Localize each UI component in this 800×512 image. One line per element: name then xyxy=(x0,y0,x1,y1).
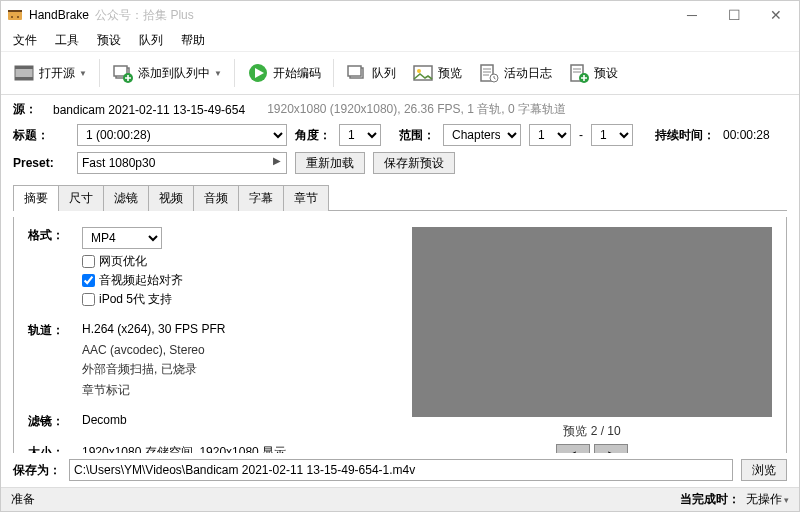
range-label: 范围： xyxy=(399,127,435,144)
preset-label: Preset: xyxy=(13,156,69,170)
chevron-down-icon[interactable]: ▼ xyxy=(79,62,87,84)
svg-rect-1 xyxy=(8,10,22,12)
preset-picker[interactable]: ▶ xyxy=(77,152,287,174)
preview-next-button[interactable]: > xyxy=(594,444,628,453)
size-value: 1920x1080 存储空间, 1920x1080 显示 xyxy=(82,444,392,453)
save-row: 保存为： 浏览 xyxy=(1,453,799,487)
svg-rect-6 xyxy=(15,77,33,80)
av-align-checkbox[interactable] xyxy=(82,274,95,287)
format-select[interactable]: MP4 xyxy=(82,227,162,249)
title-label: 标题： xyxy=(13,127,69,144)
title-bar: HandBrake 公众号：拾集 Plus ─ ☐ ✕ xyxy=(1,1,799,29)
range-from-select[interactable]: 1 xyxy=(529,124,571,146)
menu-queue[interactable]: 队列 xyxy=(133,30,169,51)
app-subtitle: 公众号：拾集 Plus xyxy=(95,7,194,24)
track-foreign-scan: 外部音频扫描, 已烧录 xyxy=(82,361,392,378)
status-bar: 准备 当完成时： 无操作 ▾ xyxy=(1,487,799,511)
tab-video[interactable]: 视频 xyxy=(148,185,194,211)
range-type-select[interactable]: Chapters xyxy=(443,124,521,146)
source-meta: 1920x1080 (1920x1080), 26.36 FPS, 1 音轨, … xyxy=(267,101,566,118)
browse-button[interactable]: 浏览 xyxy=(741,459,787,481)
size-label: 大小： xyxy=(28,444,82,453)
tab-subtitles[interactable]: 字幕 xyxy=(238,185,284,211)
close-button[interactable]: ✕ xyxy=(755,1,797,29)
filters-value: Decomb xyxy=(82,413,392,430)
app-window: HandBrake 公众号：拾集 Plus ─ ☐ ✕ 文件 工具 预设 队列 … xyxy=(0,0,800,512)
angle-label: 角度： xyxy=(295,127,331,144)
image-icon xyxy=(412,62,434,84)
gallery-plus-icon xyxy=(112,62,134,84)
title-row: 标题： 1 (00:00:28) 角度： 1 范围： Chapters 1 - … xyxy=(13,124,787,146)
tracks-label: 轨道： xyxy=(28,322,82,339)
ipod-checkbox[interactable] xyxy=(82,293,95,306)
svg-rect-5 xyxy=(15,66,33,69)
preset-icon xyxy=(568,62,590,84)
start-encode-button[interactable]: 开始编码 xyxy=(241,58,327,88)
duration-label: 持续时间： xyxy=(655,127,715,144)
when-done-label: 当完成时： xyxy=(680,491,740,508)
when-done-value[interactable]: 无操作 xyxy=(746,491,782,508)
play-icon xyxy=(247,62,269,84)
save-label: 保存为： xyxy=(13,462,61,479)
presets-button[interactable]: 预设 xyxy=(562,58,624,88)
range-to-select[interactable]: 1 xyxy=(591,124,633,146)
svg-point-2 xyxy=(11,16,13,18)
tab-content-summary: 格式： MP4 网页优化 音视频起始对齐 iPod 5代 支持 轨道： H.26… xyxy=(13,217,787,453)
status-text: 准备 xyxy=(11,491,35,508)
svg-point-3 xyxy=(17,16,19,18)
tab-chapters[interactable]: 章节 xyxy=(283,185,329,211)
preset-row: Preset: ▶ 重新加载 保存新预设 xyxy=(13,152,787,174)
svg-rect-13 xyxy=(348,66,361,76)
preview-prev-button[interactable]: < xyxy=(556,444,590,453)
film-icon xyxy=(13,62,35,84)
body-area: 源： bandicam 2021-02-11 13-15-49-654 1920… xyxy=(1,95,799,453)
menu-bar: 文件 工具 预设 队列 帮助 xyxy=(1,29,799,51)
filters-label: 滤镜： xyxy=(28,413,82,430)
save-path-input[interactable] xyxy=(69,459,733,481)
activity-log-button[interactable]: 活动日志 xyxy=(472,58,558,88)
source-label: 源： xyxy=(13,101,45,118)
chevron-right-icon: ▶ xyxy=(273,155,281,166)
open-source-button[interactable]: 打开源 ▼ xyxy=(7,58,93,88)
tab-bar: 摘要 尺寸 滤镜 视频 音频 字幕 章节 xyxy=(13,184,787,211)
reload-preset-button[interactable]: 重新加载 xyxy=(295,152,365,174)
menu-tools[interactable]: 工具 xyxy=(49,30,85,51)
title-select[interactable]: 1 (00:00:28) xyxy=(77,124,287,146)
menu-presets[interactable]: 预设 xyxy=(91,30,127,51)
source-line: 源： bandicam 2021-02-11 13-15-49-654 1920… xyxy=(13,101,787,118)
preview-image xyxy=(412,227,772,417)
queue-button[interactable]: 队列 xyxy=(340,58,402,88)
svg-point-15 xyxy=(417,69,421,73)
log-icon xyxy=(478,62,500,84)
angle-select[interactable]: 1 xyxy=(339,124,381,146)
minimize-button[interactable]: ─ xyxy=(671,1,713,29)
gallery-icon xyxy=(346,62,368,84)
format-label: 格式： xyxy=(28,227,82,249)
range-sep: - xyxy=(579,128,583,142)
menu-file[interactable]: 文件 xyxy=(7,30,43,51)
track-audio: AAC (avcodec), Stereo xyxy=(82,343,392,357)
save-preset-button[interactable]: 保存新预设 xyxy=(373,152,455,174)
chevron-down-icon[interactable]: ▾ xyxy=(784,495,789,505)
tab-filters[interactable]: 滤镜 xyxy=(103,185,149,211)
tab-dimensions[interactable]: 尺寸 xyxy=(58,185,104,211)
tab-summary[interactable]: 摘要 xyxy=(13,185,59,211)
track-video: H.264 (x264), 30 FPS PFR xyxy=(82,322,392,339)
add-to-queue-button[interactable]: 添加到队列中 ▼ xyxy=(106,58,228,88)
web-optimized-checkbox[interactable] xyxy=(82,255,95,268)
app-title: HandBrake xyxy=(29,8,89,22)
source-name: bandicam 2021-02-11 13-15-49-654 xyxy=(53,103,245,117)
tab-audio[interactable]: 音频 xyxy=(193,185,239,211)
app-icon xyxy=(7,7,23,23)
maximize-button[interactable]: ☐ xyxy=(713,1,755,29)
menu-help[interactable]: 帮助 xyxy=(175,30,211,51)
toolbar: 打开源 ▼ 添加到队列中 ▼ 开始编码 队列 预览 活动日志 预设 xyxy=(1,51,799,95)
track-chapter-markers: 章节标记 xyxy=(82,382,392,399)
preview-counter: 预览 2 / 10 xyxy=(563,423,620,440)
preview-button[interactable]: 预览 xyxy=(406,58,468,88)
chevron-down-icon[interactable]: ▼ xyxy=(214,62,222,84)
duration-value: 00:00:28 xyxy=(723,128,770,142)
